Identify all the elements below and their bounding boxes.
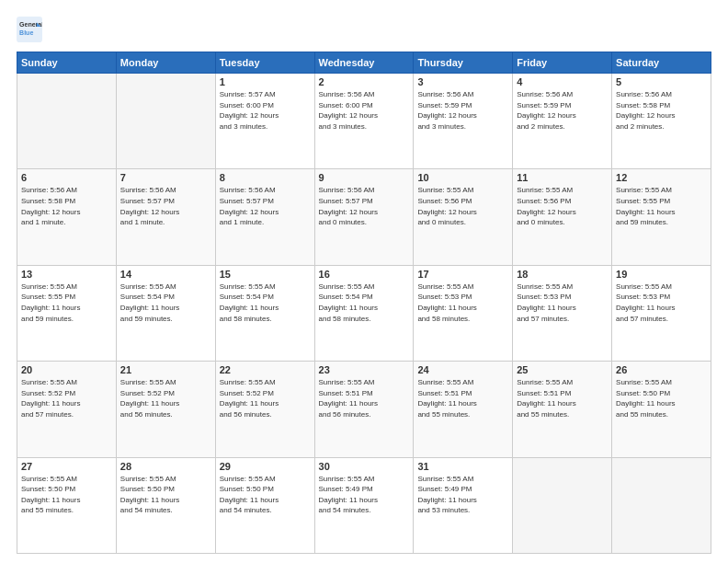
day-info: Sunrise: 5:55 AM Sunset: 5:53 PM Dayligh…	[417, 282, 508, 324]
calendar-cell: 6Sunrise: 5:56 AM Sunset: 5:58 PM Daylig…	[17, 169, 117, 265]
day-number: 25	[517, 364, 608, 375]
day-number: 19	[616, 269, 707, 280]
day-info: Sunrise: 5:55 AM Sunset: 5:54 PM Dayligh…	[120, 282, 211, 324]
day-number: 8	[220, 172, 311, 183]
calendar-cell: 19Sunrise: 5:55 AM Sunset: 5:53 PM Dayli…	[612, 265, 711, 361]
day-number: 1	[220, 76, 311, 87]
day-number: 6	[21, 172, 112, 183]
calendar-header-sunday: Sunday	[17, 52, 117, 74]
day-info: Sunrise: 5:55 AM Sunset: 5:50 PM Dayligh…	[21, 474, 112, 516]
day-info: Sunrise: 5:56 AM Sunset: 6:00 PM Dayligh…	[319, 89, 410, 132]
day-info: Sunrise: 5:55 AM Sunset: 5:55 PM Dayligh…	[21, 282, 112, 324]
calendar-cell: 11Sunrise: 5:55 AM Sunset: 5:56 PM Dayli…	[513, 169, 612, 265]
page: General Blue SundayMondayTuesdayWednesda…	[0, 0, 728, 563]
day-number: 9	[319, 172, 410, 183]
day-number: 18	[517, 269, 608, 280]
calendar-week-5: 27Sunrise: 5:55 AM Sunset: 5:50 PM Dayli…	[17, 457, 711, 553]
calendar-cell: 12Sunrise: 5:55 AM Sunset: 5:55 PM Dayli…	[612, 169, 711, 265]
calendar-cell	[17, 74, 117, 169]
day-info: Sunrise: 5:55 AM Sunset: 5:56 PM Dayligh…	[517, 185, 608, 227]
day-info: Sunrise: 5:56 AM Sunset: 5:58 PM Dayligh…	[616, 89, 707, 132]
calendar-cell: 1Sunrise: 5:57 AM Sunset: 6:00 PM Daylig…	[215, 74, 314, 169]
calendar-cell: 25Sunrise: 5:55 AM Sunset: 5:51 PM Dayli…	[513, 362, 612, 457]
calendar-table: SundayMondayTuesdayWednesdayThursdayFrid…	[17, 52, 711, 554]
day-info: Sunrise: 5:55 AM Sunset: 5:55 PM Dayligh…	[616, 185, 707, 227]
calendar-week-2: 6Sunrise: 5:56 AM Sunset: 5:58 PM Daylig…	[17, 169, 711, 265]
day-number: 2	[319, 76, 410, 87]
day-info: Sunrise: 5:55 AM Sunset: 5:53 PM Dayligh…	[517, 282, 608, 324]
calendar-header-saturday: Saturday	[612, 52, 711, 74]
day-info: Sunrise: 5:55 AM Sunset: 5:50 PM Dayligh…	[120, 474, 211, 516]
calendar-cell: 24Sunrise: 5:55 AM Sunset: 5:51 PM Dayli…	[414, 362, 513, 457]
calendar-cell: 5Sunrise: 5:56 AM Sunset: 5:58 PM Daylig…	[612, 74, 711, 169]
calendar-cell: 8Sunrise: 5:56 AM Sunset: 5:57 PM Daylig…	[215, 169, 314, 265]
day-info: Sunrise: 5:55 AM Sunset: 5:54 PM Dayligh…	[220, 282, 311, 324]
calendar-cell: 15Sunrise: 5:55 AM Sunset: 5:54 PM Dayli…	[215, 265, 314, 361]
day-info: Sunrise: 5:55 AM Sunset: 5:52 PM Dayligh…	[120, 377, 211, 419]
calendar-cell: 13Sunrise: 5:55 AM Sunset: 5:55 PM Dayli…	[17, 265, 117, 361]
day-info: Sunrise: 5:55 AM Sunset: 5:53 PM Dayligh…	[616, 282, 707, 324]
calendar-cell: 29Sunrise: 5:55 AM Sunset: 5:50 PM Dayli…	[215, 457, 314, 553]
day-number: 24	[417, 364, 508, 375]
day-number: 28	[120, 461, 211, 472]
day-info: Sunrise: 5:55 AM Sunset: 5:49 PM Dayligh…	[417, 474, 508, 516]
day-info: Sunrise: 5:55 AM Sunset: 5:50 PM Dayligh…	[616, 377, 707, 419]
day-number: 7	[120, 172, 211, 183]
day-number: 15	[220, 269, 311, 280]
calendar-cell	[612, 457, 711, 553]
day-info: Sunrise: 5:56 AM Sunset: 5:58 PM Dayligh…	[21, 185, 112, 227]
calendar-cell	[116, 74, 215, 169]
day-info: Sunrise: 5:57 AM Sunset: 6:00 PM Dayligh…	[220, 89, 311, 132]
calendar-header-tuesday: Tuesday	[215, 52, 314, 74]
day-number: 10	[417, 172, 508, 183]
calendar-cell: 2Sunrise: 5:56 AM Sunset: 6:00 PM Daylig…	[314, 74, 414, 169]
calendar-header-monday: Monday	[116, 52, 215, 74]
day-info: Sunrise: 5:55 AM Sunset: 5:49 PM Dayligh…	[319, 474, 410, 516]
day-info: Sunrise: 5:55 AM Sunset: 5:54 PM Dayligh…	[319, 282, 410, 324]
day-number: 21	[120, 364, 211, 375]
calendar-cell: 21Sunrise: 5:55 AM Sunset: 5:52 PM Dayli…	[116, 362, 215, 457]
calendar-cell: 4Sunrise: 5:56 AM Sunset: 5:59 PM Daylig…	[513, 74, 612, 169]
calendar-cell: 22Sunrise: 5:55 AM Sunset: 5:52 PM Dayli…	[215, 362, 314, 457]
day-info: Sunrise: 5:55 AM Sunset: 5:50 PM Dayligh…	[220, 474, 311, 516]
day-number: 27	[21, 461, 112, 472]
day-number: 26	[616, 364, 707, 375]
day-info: Sunrise: 5:55 AM Sunset: 5:52 PM Dayligh…	[21, 377, 112, 419]
day-number: 3	[417, 76, 508, 87]
day-number: 30	[319, 461, 410, 472]
calendar-cell: 16Sunrise: 5:55 AM Sunset: 5:54 PM Dayli…	[314, 265, 414, 361]
calendar-cell: 18Sunrise: 5:55 AM Sunset: 5:53 PM Dayli…	[513, 265, 612, 361]
day-info: Sunrise: 5:55 AM Sunset: 5:51 PM Dayligh…	[517, 377, 608, 419]
day-info: Sunrise: 5:55 AM Sunset: 5:56 PM Dayligh…	[417, 185, 508, 227]
calendar-cell: 27Sunrise: 5:55 AM Sunset: 5:50 PM Dayli…	[17, 457, 117, 553]
day-number: 14	[120, 269, 211, 280]
calendar-cell: 17Sunrise: 5:55 AM Sunset: 5:53 PM Dayli…	[414, 265, 513, 361]
calendar-week-4: 20Sunrise: 5:55 AM Sunset: 5:52 PM Dayli…	[17, 362, 711, 457]
calendar-cell: 10Sunrise: 5:55 AM Sunset: 5:56 PM Dayli…	[414, 169, 513, 265]
calendar-week-1: 1Sunrise: 5:57 AM Sunset: 6:00 PM Daylig…	[17, 74, 711, 169]
day-number: 16	[319, 269, 410, 280]
calendar-cell: 28Sunrise: 5:55 AM Sunset: 5:50 PM Dayli…	[116, 457, 215, 553]
day-number: 20	[21, 364, 112, 375]
calendar-header-thursday: Thursday	[414, 52, 513, 74]
header: General Blue	[17, 17, 711, 42]
day-info: Sunrise: 5:56 AM Sunset: 5:59 PM Dayligh…	[517, 89, 608, 132]
calendar-week-3: 13Sunrise: 5:55 AM Sunset: 5:55 PM Dayli…	[17, 265, 711, 361]
calendar-cell: 31Sunrise: 5:55 AM Sunset: 5:49 PM Dayli…	[414, 457, 513, 553]
calendar-cell: 20Sunrise: 5:55 AM Sunset: 5:52 PM Dayli…	[17, 362, 117, 457]
day-number: 31	[417, 461, 508, 472]
calendar-header-wednesday: Wednesday	[314, 52, 414, 74]
calendar-cell: 26Sunrise: 5:55 AM Sunset: 5:50 PM Dayli…	[612, 362, 711, 457]
day-number: 11	[517, 172, 608, 183]
day-info: Sunrise: 5:56 AM Sunset: 5:57 PM Dayligh…	[120, 185, 211, 227]
calendar-cell: 9Sunrise: 5:56 AM Sunset: 5:57 PM Daylig…	[314, 169, 414, 265]
calendar-cell	[513, 457, 612, 553]
day-info: Sunrise: 5:55 AM Sunset: 5:51 PM Dayligh…	[417, 377, 508, 419]
day-number: 17	[417, 269, 508, 280]
calendar-cell: 30Sunrise: 5:55 AM Sunset: 5:49 PM Dayli…	[314, 457, 414, 553]
day-info: Sunrise: 5:56 AM Sunset: 5:59 PM Dayligh…	[417, 89, 508, 132]
day-number: 13	[21, 269, 112, 280]
calendar-cell: 7Sunrise: 5:56 AM Sunset: 5:57 PM Daylig…	[116, 169, 215, 265]
calendar-cell: 3Sunrise: 5:56 AM Sunset: 5:59 PM Daylig…	[414, 74, 513, 169]
svg-text:Blue: Blue	[19, 29, 33, 36]
